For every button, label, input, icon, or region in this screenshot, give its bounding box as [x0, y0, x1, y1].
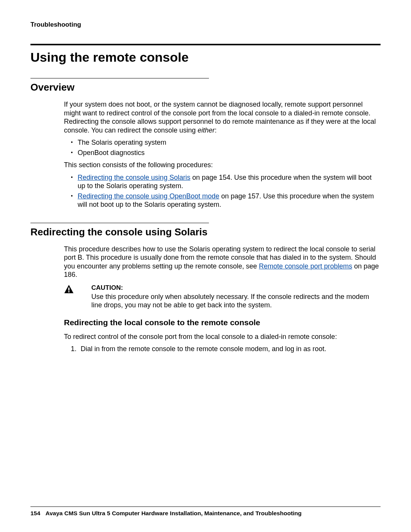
procedures-lead: This section consists of the following p… — [64, 161, 381, 169]
link-redirect-openboot[interactable]: Redirecting the console using OpenBoot m… — [78, 192, 219, 200]
link-redirect-solaris[interactable]: Redirecting the console using Solaris — [78, 174, 190, 181]
link-remote-console-port-problems[interactable]: Remote console port problems — [259, 262, 352, 270]
either-italic: either — [198, 126, 215, 134]
caution-text: Use this procedure only when absolutely … — [91, 292, 381, 310]
svg-rect-2 — [68, 291, 69, 292]
subsection-title-local-to-remote: Redirecting the local console to the rem… — [64, 318, 381, 327]
section-title-overview: Overview — [30, 81, 381, 93]
list-item: The Solaris operating system — [71, 138, 381, 147]
solaris-body: This procedure describes how to use the … — [64, 245, 381, 310]
overview-bullets: The Solaris operating system OpenBoot di… — [64, 138, 381, 157]
section-rule-solaris — [30, 223, 209, 223]
subsection-lead: To redirect control of the console port … — [64, 332, 381, 341]
page-title: Using the remote console — [30, 50, 381, 65]
overview-body: If your system does not boot, or the sys… — [64, 100, 381, 209]
svg-rect-1 — [68, 288, 69, 291]
list-item: OpenBoot diagnostics — [71, 149, 381, 157]
document-page: Troubleshooting Using the remote console… — [0, 0, 411, 532]
caution-label: CAUTION: — [91, 284, 381, 292]
page-footer: 154 Avaya CMS Sun Ultra 5 Computer Hardw… — [30, 506, 381, 517]
solaris-paragraph: This procedure describes how to use the … — [64, 245, 381, 279]
list-item: Redirecting the console using Solaris on… — [71, 173, 381, 190]
doc-title: Avaya CMS Sun Ultra 5 Computer Hardware … — [46, 510, 302, 516]
page-number: 154 — [30, 510, 40, 516]
chapter-label: Troubleshooting — [30, 21, 381, 29]
heading-rule — [30, 44, 381, 45]
section-title-solaris: Redirecting the console using Solaris — [30, 226, 381, 238]
caution-icon — [64, 284, 91, 310]
overview-paragraph: If your system does not boot, or the sys… — [64, 100, 381, 134]
subsection-body: To redirect control of the console port … — [64, 332, 381, 353]
list-item: Redirecting the console using OpenBoot m… — [71, 192, 381, 209]
section-rule-overview — [30, 78, 209, 78]
caution-block: CAUTION: Use this procedure only when ab… — [64, 284, 381, 310]
step-item: Dial in from the remote console to the r… — [78, 345, 381, 353]
procedures-list: Redirecting the console using Solaris on… — [64, 173, 381, 209]
steps-list: Dial in from the remote console to the r… — [71, 345, 381, 353]
